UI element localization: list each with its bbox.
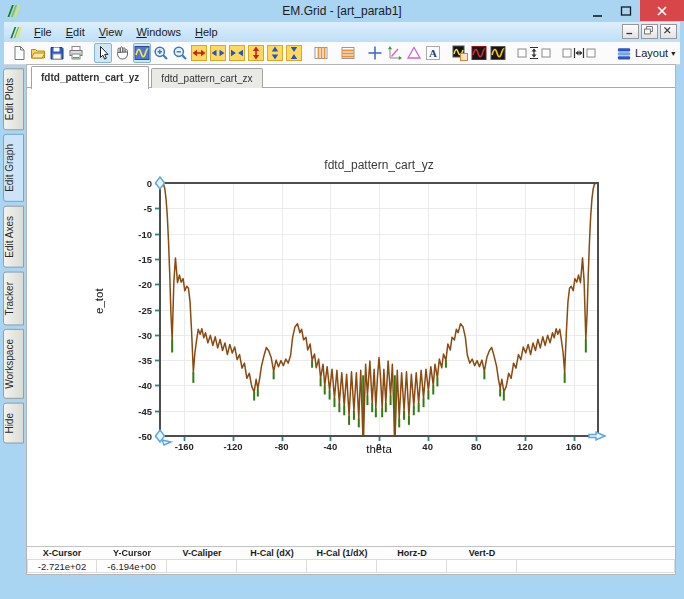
expand-y-axis-button[interactable] (247, 43, 265, 63)
expand-x-axis-icon (191, 45, 207, 61)
plot-canvas[interactable] (27, 88, 675, 542)
mdi-restore-button[interactable] (641, 24, 658, 39)
document-panel: fdtd_pattern_cart_yzfdtd_pattern_cart_zx… (26, 64, 676, 575)
toolbar-separator (443, 43, 451, 63)
chart-zone (27, 88, 675, 542)
crosshair-marker-button[interactable] (366, 43, 384, 63)
y-axis-label: e_tot (93, 271, 109, 331)
caret-down-icon: ▾ (671, 49, 675, 58)
sidebar-tab-edit-axes[interactable]: Edit Axes (3, 206, 24, 268)
plot-dark-red-button[interactable] (470, 43, 488, 63)
print-icon (68, 45, 84, 61)
shrink-y-axis-button[interactable] (285, 43, 303, 63)
minimize-button[interactable] (582, 0, 611, 21)
plot-dark-yellow-button[interactable] (489, 43, 507, 63)
x-tick-label: 120 (517, 441, 533, 452)
status-value-vert-d (447, 559, 517, 573)
zoom-out-tool-button[interactable] (171, 43, 189, 63)
axes-marker-button[interactable] (386, 43, 404, 63)
fit-height-group-icon (517, 45, 551, 61)
title-bar: EM.Grid - [art_parab1] (0, 0, 684, 22)
mdi-close-button[interactable] (660, 24, 677, 39)
zoom-in-tool-button[interactable] (152, 43, 170, 63)
tracker-cursor-bottom-left[interactable] (152, 428, 168, 444)
mdi-minimize-button[interactable] (622, 24, 639, 39)
stretch-x-axis-button[interactable] (209, 43, 227, 63)
save-file-button[interactable] (48, 43, 66, 63)
open-file-button[interactable] (29, 43, 47, 63)
delta-marker-button[interactable] (405, 43, 423, 63)
tracker-status-bar: X-CursorY-CursorV-CaliperH-Cal (dX)H-Cal… (27, 546, 675, 573)
status-header-h-cal-1-dx-: H-Cal (1/dX) (307, 547, 377, 559)
status-value-horz-d (377, 559, 447, 573)
pan-tool-icon (114, 45, 130, 61)
horizontal-grid-button[interactable] (339, 43, 357, 63)
text-annotation-icon: A (425, 45, 441, 61)
crosshair-marker-icon (367, 45, 383, 61)
x-tick-label: 0 (376, 441, 381, 452)
new-file-button[interactable] (10, 43, 28, 63)
delta-marker-icon (406, 45, 422, 61)
open-file-icon (30, 45, 46, 61)
document-logo-icon (8, 25, 23, 40)
sidebar-tab-hide[interactable]: Hide (3, 403, 24, 444)
status-value-h-cal-1-dx- (307, 559, 377, 573)
layout-icon (617, 45, 632, 61)
horizontal-grid-icon (340, 45, 356, 61)
expand-y-axis-icon (248, 45, 264, 61)
expand-x-axis-button[interactable] (190, 43, 208, 63)
toolbar-separator (508, 43, 516, 63)
x-tick-label: -160 (175, 441, 194, 452)
trace-select-tool-button[interactable] (133, 43, 151, 63)
menu-help[interactable]: Help (188, 24, 225, 40)
y-tick-label: -15 (120, 253, 152, 264)
close-button[interactable] (640, 0, 684, 21)
y-tick-label: -25 (120, 304, 152, 315)
y-tick-label: -35 (120, 355, 152, 366)
sidebar-tab-edit-graph[interactable]: Edit Graph (3, 134, 24, 202)
status-filler (517, 559, 675, 573)
status-header-v-caliper: V-Caliper (167, 547, 237, 559)
pointer-tool-icon (95, 45, 111, 61)
menu-edit[interactable]: Edit (59, 24, 92, 40)
vertical-grid-icon (313, 45, 329, 61)
maximize-button[interactable] (611, 0, 640, 21)
tracker-cursor-top-left[interactable] (152, 175, 168, 191)
menu-windows[interactable]: Windows (129, 24, 188, 40)
sidebar-tab-edit-plots[interactable]: Edit Plots (3, 68, 24, 130)
stretch-y-axis-button[interactable] (266, 43, 284, 63)
fit-height-group-button[interactable] (516, 43, 552, 63)
pointer-tool-button[interactable] (94, 43, 112, 63)
toolbar: ALayout▾ (4, 42, 680, 65)
shrink-x-axis-button[interactable] (228, 43, 246, 63)
sidebar-tabstrip: Edit PlotsEdit GraphEdit AxesTrackerWork… (3, 68, 26, 444)
status-value-y-cursor: -6.194e+00 (97, 559, 167, 573)
sidebar-tab-tracker[interactable]: Tracker (3, 272, 24, 326)
vertical-grid-button[interactable] (312, 43, 330, 63)
fit-width-group-button[interactable] (561, 43, 597, 63)
print-button[interactable] (67, 43, 85, 63)
sidebar-tab-workspace[interactable]: Workspace (3, 329, 24, 399)
toolbar-separator (553, 43, 561, 63)
layout-label: Layout (635, 47, 668, 59)
status-value-h-cal-dx- (237, 559, 307, 573)
menu-view[interactable]: View (92, 24, 130, 40)
menu-file[interactable]: File (27, 24, 59, 40)
tracker-cursor-bottom-right[interactable] (590, 428, 606, 444)
new-file-icon (11, 45, 27, 61)
y-tick-label: -40 (120, 380, 152, 391)
pan-tool-button[interactable] (113, 43, 131, 63)
x-tick-label: 80 (471, 441, 482, 452)
text-annotation-button[interactable]: A (424, 43, 442, 63)
svg-text:A: A (429, 47, 437, 59)
layout-button[interactable]: Layout▾ (612, 43, 680, 63)
status-header-x-cursor: X-Cursor (27, 547, 97, 559)
stretch-y-axis-icon (267, 45, 283, 61)
stretch-x-axis-icon (210, 45, 226, 61)
x-tick-label: 40 (422, 441, 433, 452)
menu-bar: FileEditViewWindowsHelp (4, 22, 680, 42)
tab-fdtd_pattern_cart_yz[interactable]: fdtd_pattern_cart_yz (31, 66, 149, 89)
plot-window-button[interactable] (451, 43, 469, 63)
x-tick-label: 160 (566, 441, 582, 452)
tab-fdtd_pattern_cart_zx[interactable]: fdtd_pattern_cart_zx (151, 68, 262, 88)
